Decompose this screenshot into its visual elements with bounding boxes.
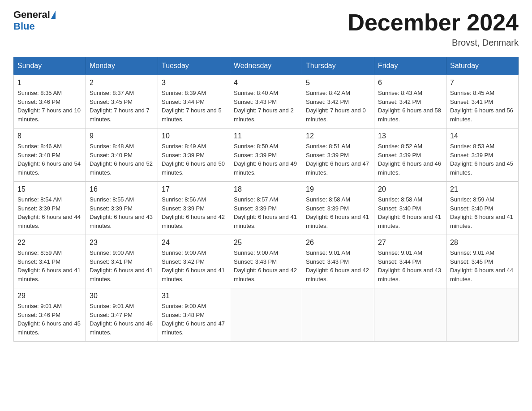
calendar-cell: 28Sunrise: 9:01 AMSunset: 3:45 PMDayligh… bbox=[446, 235, 519, 288]
day-info: Sunrise: 8:55 AMSunset: 3:39 PMDaylight:… bbox=[90, 195, 154, 230]
day-number: 4 bbox=[234, 79, 298, 87]
day-info: Sunrise: 8:54 AMSunset: 3:39 PMDaylight:… bbox=[17, 195, 82, 230]
day-number: 22 bbox=[17, 239, 82, 247]
header-wednesday: Wednesday bbox=[230, 57, 302, 75]
logo-general-text: General bbox=[13, 9, 50, 21]
calendar-cell: 15Sunrise: 8:54 AMSunset: 3:39 PMDayligh… bbox=[14, 182, 86, 235]
day-info: Sunrise: 8:50 AMSunset: 3:39 PMDaylight:… bbox=[234, 142, 298, 177]
header-friday: Friday bbox=[374, 57, 446, 75]
day-number: 24 bbox=[162, 239, 226, 247]
calendar-cell: 20Sunrise: 8:58 AMSunset: 3:40 PMDayligh… bbox=[374, 182, 446, 235]
calendar-cell: 19Sunrise: 8:58 AMSunset: 3:39 PMDayligh… bbox=[302, 182, 374, 235]
calendar-cell: 4Sunrise: 8:40 AMSunset: 3:43 PMDaylight… bbox=[230, 75, 302, 128]
header-thursday: Thursday bbox=[302, 57, 374, 75]
header-saturday: Saturday bbox=[446, 57, 519, 75]
day-info: Sunrise: 9:01 AMSunset: 3:46 PMDaylight:… bbox=[17, 302, 82, 337]
day-info: Sunrise: 8:58 AMSunset: 3:39 PMDaylight:… bbox=[306, 195, 370, 230]
day-number: 16 bbox=[90, 185, 154, 193]
calendar-week-row: 29Sunrise: 9:01 AMSunset: 3:46 PMDayligh… bbox=[14, 288, 519, 342]
calendar-table: SundayMondayTuesdayWednesdayThursdayFrid… bbox=[13, 57, 519, 342]
calendar-week-row: 8Sunrise: 8:46 AMSunset: 3:40 PMDaylight… bbox=[14, 128, 519, 182]
page-header: General Blue December 2024 Brovst, Denma… bbox=[13, 9, 519, 48]
day-info: Sunrise: 8:52 AMSunset: 3:39 PMDaylight:… bbox=[378, 142, 442, 177]
day-info: Sunrise: 8:53 AMSunset: 3:39 PMDaylight:… bbox=[450, 142, 515, 177]
calendar-cell: 8Sunrise: 8:46 AMSunset: 3:40 PMDaylight… bbox=[14, 128, 86, 182]
day-info: Sunrise: 8:43 AMSunset: 3:42 PMDaylight:… bbox=[378, 89, 442, 124]
day-number: 7 bbox=[450, 79, 515, 87]
calendar-cell: 10Sunrise: 8:49 AMSunset: 3:39 PMDayligh… bbox=[158, 128, 230, 182]
calendar-cell: 3Sunrise: 8:39 AMSunset: 3:44 PMDaylight… bbox=[158, 75, 230, 128]
calendar-week-row: 15Sunrise: 8:54 AMSunset: 3:39 PMDayligh… bbox=[14, 182, 519, 235]
calendar-cell: 23Sunrise: 9:00 AMSunset: 3:41 PMDayligh… bbox=[86, 235, 158, 288]
day-number: 13 bbox=[378, 132, 442, 140]
calendar-cell bbox=[446, 288, 519, 342]
day-number: 14 bbox=[450, 132, 515, 140]
day-number: 8 bbox=[17, 132, 82, 140]
calendar-cell: 22Sunrise: 8:59 AMSunset: 3:41 PMDayligh… bbox=[14, 235, 86, 288]
calendar-cell: 27Sunrise: 9:01 AMSunset: 3:44 PMDayligh… bbox=[374, 235, 446, 288]
calendar-cell: 5Sunrise: 8:42 AMSunset: 3:42 PMDaylight… bbox=[302, 75, 374, 128]
calendar-cell: 11Sunrise: 8:50 AMSunset: 3:39 PMDayligh… bbox=[230, 128, 302, 182]
day-info: Sunrise: 8:59 AMSunset: 3:40 PMDaylight:… bbox=[450, 195, 515, 230]
day-number: 9 bbox=[90, 132, 154, 140]
day-number: 6 bbox=[378, 79, 442, 87]
day-info: Sunrise: 8:51 AMSunset: 3:39 PMDaylight:… bbox=[306, 142, 370, 177]
day-number: 25 bbox=[234, 239, 298, 247]
day-number: 10 bbox=[162, 132, 226, 140]
day-number: 2 bbox=[90, 79, 154, 87]
day-number: 12 bbox=[306, 132, 370, 140]
header-tuesday: Tuesday bbox=[158, 57, 230, 75]
day-number: 17 bbox=[162, 185, 226, 193]
day-info: Sunrise: 9:00 AMSunset: 3:41 PMDaylight:… bbox=[90, 248, 154, 283]
day-info: Sunrise: 8:35 AMSunset: 3:46 PMDaylight:… bbox=[17, 89, 82, 124]
day-number: 21 bbox=[450, 185, 515, 193]
day-number: 18 bbox=[234, 185, 298, 193]
calendar-cell: 17Sunrise: 8:56 AMSunset: 3:39 PMDayligh… bbox=[158, 182, 230, 235]
day-info: Sunrise: 8:45 AMSunset: 3:41 PMDaylight:… bbox=[450, 89, 515, 124]
day-number: 23 bbox=[90, 239, 154, 247]
calendar-cell: 12Sunrise: 8:51 AMSunset: 3:39 PMDayligh… bbox=[302, 128, 374, 182]
day-info: Sunrise: 8:42 AMSunset: 3:42 PMDaylight:… bbox=[306, 89, 370, 124]
day-number: 1 bbox=[17, 79, 82, 87]
day-number: 20 bbox=[378, 185, 442, 193]
calendar-cell: 13Sunrise: 8:52 AMSunset: 3:39 PMDayligh… bbox=[374, 128, 446, 182]
day-info: Sunrise: 8:39 AMSunset: 3:44 PMDaylight:… bbox=[162, 89, 226, 124]
day-number: 15 bbox=[17, 185, 82, 193]
calendar-week-row: 1Sunrise: 8:35 AMSunset: 3:46 PMDaylight… bbox=[14, 75, 519, 128]
calendar-cell: 1Sunrise: 8:35 AMSunset: 3:46 PMDaylight… bbox=[14, 75, 86, 128]
day-info: Sunrise: 9:00 AMSunset: 3:48 PMDaylight:… bbox=[162, 302, 226, 337]
calendar-cell: 25Sunrise: 9:00 AMSunset: 3:43 PMDayligh… bbox=[230, 235, 302, 288]
day-info: Sunrise: 8:37 AMSunset: 3:45 PMDaylight:… bbox=[90, 89, 154, 124]
header-sunday: Sunday bbox=[14, 57, 86, 75]
location-label: Brovst, Denmark bbox=[348, 38, 519, 48]
calendar-cell bbox=[302, 288, 374, 342]
calendar-cell: 9Sunrise: 8:48 AMSunset: 3:40 PMDaylight… bbox=[86, 128, 158, 182]
day-info: Sunrise: 9:01 AMSunset: 3:44 PMDaylight:… bbox=[378, 248, 442, 283]
calendar-cell: 7Sunrise: 8:45 AMSunset: 3:41 PMDaylight… bbox=[446, 75, 519, 128]
day-number: 26 bbox=[306, 239, 370, 247]
calendar-header-row: SundayMondayTuesdayWednesdayThursdayFrid… bbox=[14, 57, 519, 75]
calendar-cell: 18Sunrise: 8:57 AMSunset: 3:39 PMDayligh… bbox=[230, 182, 302, 235]
day-info: Sunrise: 8:57 AMSunset: 3:39 PMDaylight:… bbox=[234, 195, 298, 230]
logo-blue-text: Blue bbox=[13, 21, 35, 32]
calendar-week-row: 22Sunrise: 8:59 AMSunset: 3:41 PMDayligh… bbox=[14, 235, 519, 288]
calendar-cell bbox=[374, 288, 446, 342]
day-info: Sunrise: 9:01 AMSunset: 3:43 PMDaylight:… bbox=[306, 248, 370, 283]
day-info: Sunrise: 8:59 AMSunset: 3:41 PMDaylight:… bbox=[17, 248, 82, 283]
calendar-cell: 24Sunrise: 9:00 AMSunset: 3:42 PMDayligh… bbox=[158, 235, 230, 288]
calendar-cell: 21Sunrise: 8:59 AMSunset: 3:40 PMDayligh… bbox=[446, 182, 519, 235]
day-number: 30 bbox=[90, 292, 154, 300]
title-section: December 2024 Brovst, Denmark bbox=[348, 9, 519, 48]
calendar-cell: 31Sunrise: 9:00 AMSunset: 3:48 PMDayligh… bbox=[158, 288, 230, 342]
day-number: 27 bbox=[378, 239, 442, 247]
day-info: Sunrise: 8:40 AMSunset: 3:43 PMDaylight:… bbox=[234, 89, 298, 124]
day-number: 19 bbox=[306, 185, 370, 193]
header-monday: Monday bbox=[86, 57, 158, 75]
day-info: Sunrise: 9:00 AMSunset: 3:42 PMDaylight:… bbox=[162, 248, 226, 283]
calendar-cell: 30Sunrise: 9:01 AMSunset: 3:47 PMDayligh… bbox=[86, 288, 158, 342]
day-info: Sunrise: 8:58 AMSunset: 3:40 PMDaylight:… bbox=[378, 195, 442, 230]
calendar-cell: 2Sunrise: 8:37 AMSunset: 3:45 PMDaylight… bbox=[86, 75, 158, 128]
day-info: Sunrise: 8:46 AMSunset: 3:40 PMDaylight:… bbox=[17, 142, 82, 177]
day-number: 29 bbox=[17, 292, 82, 300]
day-number: 5 bbox=[306, 79, 370, 87]
